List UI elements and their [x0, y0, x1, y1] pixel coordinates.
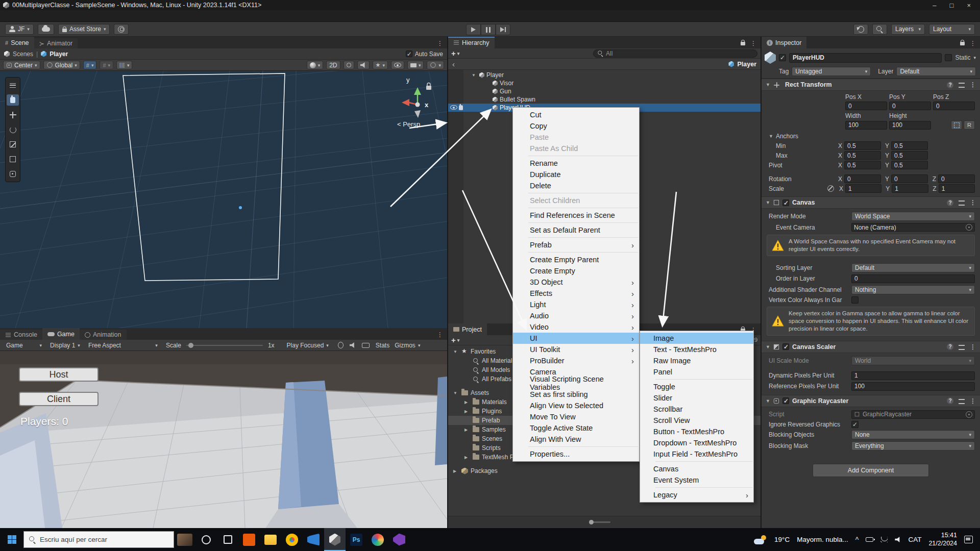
layout-dropdown[interactable]: Layout ▾ — [929, 24, 975, 35]
volume-icon[interactable] — [895, 537, 901, 542]
scale-slider[interactable] — [186, 345, 263, 346]
context-menu-item[interactable]: Toggle Active State › — [513, 422, 639, 434]
add-component-button[interactable]: Add Component — [813, 464, 929, 477]
hierarchy-item[interactable]: Visor — [448, 79, 761, 87]
anchors-expander-icon[interactable]: ▼ — [769, 134, 773, 139]
menubar-item[interactable] — [94, 10, 104, 21]
submenu-item[interactable]: Scroll View › — [640, 415, 753, 426]
breadcrumb-object[interactable]: Player — [50, 51, 68, 58]
display-dropdown[interactable]: Display 1▾ — [47, 341, 83, 350]
context-menu-item[interactable]: Audio › — [513, 310, 639, 321]
menubar-item[interactable] — [33, 10, 43, 21]
game-menu-kebab-icon[interactable]: ⋮ — [437, 331, 443, 338]
help-icon[interactable]: ? — [947, 343, 953, 350]
expander-icon[interactable]: ▼ — [766, 398, 770, 404]
scene-viewport[interactable]: y x < Persp — [0, 71, 447, 328]
context-menu-item[interactable]: Properties... › — [513, 448, 639, 460]
pivot-y-field[interactable]: 0.5 — [891, 161, 928, 169]
canvas-enabled-checkbox[interactable] — [782, 199, 789, 206]
submenu-item[interactable]: Image › — [640, 333, 753, 344]
menubar-item[interactable] — [104, 10, 114, 21]
rotation-y-field[interactable]: 0 — [891, 174, 928, 183]
battery-icon[interactable] — [866, 537, 873, 542]
context-menu-item[interactable]: Light › — [513, 299, 639, 310]
object-picker-icon[interactable] — [966, 224, 972, 231]
hidden-objects-toggle[interactable] — [391, 61, 404, 69]
submenu-item[interactable]: Scrollbar › — [640, 404, 753, 415]
tab-animation[interactable]: Animation — [80, 330, 127, 340]
account-button[interactable]: JF ▾ — [5, 24, 34, 35]
grid-snap-toggle[interactable]: #▾ — [83, 61, 97, 69]
static-dropdown-icon[interactable]: ▾ — [973, 55, 976, 60]
kebab-icon[interactable]: ⋮ — [970, 199, 976, 206]
submenu-item[interactable]: Legacy › — [640, 489, 753, 500]
render-mode-dropdown[interactable]: World Space▾ — [851, 212, 975, 221]
pivot-x-field[interactable]: 0.5 — [844, 161, 881, 169]
pause-button[interactable] — [481, 24, 496, 35]
inspector-menu-kebab-icon[interactable]: ⋮ — [970, 40, 976, 47]
submenu-item[interactable]: Button - TextMeshPro › — [640, 426, 753, 437]
back-arrow-icon[interactable]: ‹ — [452, 60, 455, 68]
context-menu-item[interactable]: Align With View › — [513, 434, 639, 445]
blueprint-mode-button[interactable] — [951, 120, 962, 130]
increment-snap-toggle[interactable]: #▾ — [100, 61, 113, 69]
context-menu-item[interactable]: Paste As Child › — [513, 143, 639, 154]
context-menu-item[interactable]: UI › — [513, 333, 639, 344]
hierarchy-item[interactable]: Player — [448, 71, 761, 79]
auto-save-checkbox[interactable] — [406, 51, 412, 57]
tag-dropdown[interactable]: Untagged▾ — [792, 67, 871, 76]
context-menu-item[interactable]: Visual Scripting Scene Variables › — [513, 378, 639, 389]
minimize-button[interactable]: – — [933, 2, 936, 9]
canvas-scaler-header[interactable]: ▼ Canvas Scaler ? ⋮ — [762, 341, 980, 353]
create-asset-button[interactable]: +▾ — [451, 336, 459, 344]
gameobject-big-icon[interactable] — [765, 52, 776, 64]
context-menu-item[interactable]: › — [528, 446, 638, 447]
taskbar-browser[interactable] — [367, 528, 388, 551]
tool-settings-dropdown[interactable]: |||▾ — [116, 61, 132, 69]
client-button[interactable]: Client — [19, 392, 99, 406]
hierarchy-item[interactable]: Bullet Spawn — [448, 95, 761, 104]
expander-icon[interactable] — [453, 469, 459, 473]
submenu-item[interactable]: Canvas › — [640, 463, 753, 474]
width-field[interactable]: 100 — [845, 121, 887, 130]
menubar-item[interactable] — [2, 10, 12, 21]
tab-scene[interactable]: # Scene — [0, 37, 34, 48]
scale-z-field[interactable]: 1 — [939, 184, 975, 193]
expander-icon[interactable] — [464, 400, 470, 405]
help-icon[interactable]: ? — [947, 82, 953, 88]
taskbar-file-explorer[interactable] — [260, 528, 281, 551]
menubar-item[interactable] — [43, 10, 53, 21]
notification-center-icon[interactable] — [964, 536, 973, 543]
context-menu-item[interactable]: Move To View › — [513, 411, 639, 422]
submenu-item[interactable]: Slider › — [640, 392, 753, 404]
pick-hand-icon[interactable] — [459, 105, 463, 110]
context-menu-item[interactable]: Copy › — [513, 120, 639, 132]
context-menu-item[interactable]: Select Children › — [513, 195, 639, 206]
rotation-x-field[interactable]: 0 — [844, 174, 881, 183]
tab-game[interactable]: Game — [42, 328, 80, 340]
clock[interactable]: 15:41 21/2/2024 — [928, 532, 957, 547]
context-menu-item[interactable]: Video › — [513, 321, 639, 333]
presets-icon[interactable] — [959, 345, 965, 350]
effects-dropdown[interactable]: ★▾ — [373, 61, 388, 69]
search-button[interactable] — [872, 24, 887, 35]
aspect-dropdown[interactable]: Free Aspect▾ — [85, 341, 161, 350]
icon-size-slider[interactable] — [590, 521, 610, 523]
context-menu-item[interactable]: Delete › — [513, 180, 639, 191]
expander-icon[interactable]: ▼ — [766, 200, 770, 205]
weather-label[interactable]: Mayorm. nubla... — [797, 536, 848, 543]
context-menu-item[interactable]: Duplicate › — [513, 169, 639, 180]
menubar-item[interactable] — [53, 10, 63, 21]
taskbar-cortana[interactable] — [195, 528, 217, 551]
undo-history-button[interactable] — [853, 24, 868, 35]
shading-mode-dropdown[interactable]: ▾ — [307, 61, 324, 69]
view-tool-button[interactable] — [7, 94, 19, 106]
help-icon[interactable]: ? — [947, 397, 953, 404]
static-checkbox[interactable] — [945, 54, 952, 61]
context-menu-item[interactable]: Rename › — [513, 158, 639, 169]
menubar-item[interactable] — [74, 10, 84, 21]
audio-toggle-icon[interactable] — [350, 342, 356, 348]
tab-animator[interactable]: ≻ Animator — [34, 38, 78, 48]
event-camera-field[interactable]: None (Camera) — [851, 223, 975, 232]
raw-edit-button[interactable]: R — [964, 120, 975, 130]
